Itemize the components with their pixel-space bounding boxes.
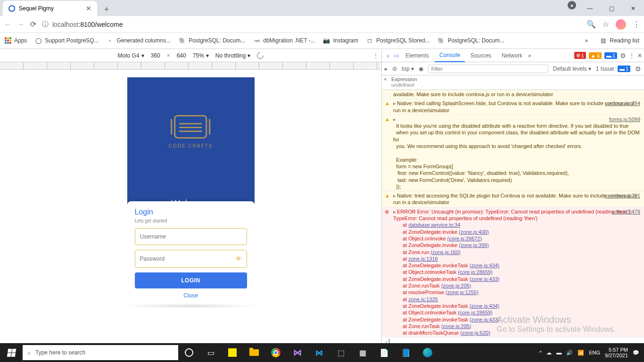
window-minimize-button[interactable]: — (579, 1, 601, 16)
browser-menu-icon[interactable]: ⋮ (633, 20, 640, 29)
new-tab-button[interactable]: + (100, 3, 113, 16)
language-icon[interactable]: ENG (589, 350, 600, 355)
tab-console[interactable]: Console (435, 49, 465, 62)
bookmark-item[interactable]: 🐘PostgreSQL: Docum... (438, 37, 504, 44)
task-view-button[interactable] (178, 343, 200, 362)
site-info-icon[interactable]: ⓘ (42, 20, 49, 29)
window-close-button[interactable]: ✕ (622, 1, 644, 16)
device-select[interactable]: Moto G4 ▾ (118, 52, 144, 59)
console-filter-input[interactable] (428, 65, 548, 73)
address-bar: ← → ⟳ ⓘ localhost:8100/welcome 🔍 ☆ ⋮ (0, 16, 644, 33)
clock[interactable]: 5:57 PM 9/27/2021 (605, 347, 628, 358)
taskbar-app-edge[interactable] (417, 343, 438, 362)
forward-button[interactable]: → (17, 20, 25, 29)
bookmarks-overflow[interactable]: » (585, 37, 588, 44)
expand-icon[interactable]: ▸ (393, 116, 396, 123)
bookmark-item[interactable]: 🐘PostgreSQL: Docum... (178, 37, 245, 44)
taskbar-app-sticky[interactable] (222, 343, 243, 362)
expand-icon[interactable]: ▸ (393, 208, 396, 215)
profile-avatar[interactable] (616, 19, 626, 30)
taskbar-app[interactable]: ▭ (200, 343, 222, 362)
zoom-select[interactable]: 75% ▾ (193, 52, 209, 59)
live-expression-icon[interactable]: ◉ (419, 66, 423, 72)
back-button[interactable]: ← (4, 20, 11, 29)
bookmark-label: PostgreSQL: Docum... (189, 37, 245, 44)
tray-overflow-icon[interactable]: ^ (539, 350, 542, 355)
tab-close-icon[interactable]: ✕ (86, 5, 91, 12)
close-link[interactable]: Close (135, 292, 247, 299)
context-select[interactable]: top ▾ (402, 66, 414, 72)
msg-source-link[interactable]: forms.js:5099 (609, 116, 640, 123)
password-input[interactable] (140, 255, 235, 262)
devtools-close-icon[interactable]: ✕ (637, 52, 642, 59)
expand-icon[interactable]: ▸ (393, 100, 396, 107)
console-prompt[interactable]: › (382, 337, 644, 343)
taskbar-search[interactable]: ⌕Type here to search (23, 345, 178, 360)
bookmark-item[interactable]: .netdbMigration .NET -... (253, 37, 315, 44)
expand-icon[interactable]: ▸ (393, 192, 396, 199)
bookmark-item[interactable]: 📷Instagram (323, 37, 358, 44)
onedrive-icon[interactable]: ☁ (546, 350, 552, 356)
login-button[interactable]: LOGIN (135, 272, 247, 288)
device-height[interactable]: 640 (177, 52, 186, 59)
tab-elements[interactable]: Elements (401, 49, 434, 62)
taskbar-app[interactable]: 📘 (395, 343, 417, 362)
device-toolbar-menu-icon[interactable]: ⋮ (373, 52, 379, 59)
throttle-value: No throttling (215, 52, 246, 59)
battery-icon[interactable]: ▬ (556, 350, 561, 355)
rotate-icon[interactable] (256, 51, 265, 60)
device-emulator-pane: Moto G4 ▾ 360 × 640 75% ▾ No throttling … (0, 49, 382, 343)
toggle-device-icon[interactable]: ▭ (392, 52, 400, 59)
username-input[interactable] (140, 233, 242, 240)
bookmark-star-icon[interactable]: ☆ (603, 20, 609, 29)
device-width[interactable]: 360 (151, 52, 160, 59)
warning-count-badge[interactable]: ▲ 4 (589, 52, 602, 59)
devtools-settings-icon[interactable]: ⚙ (620, 52, 626, 59)
inspect-element-icon[interactable]: ⟐ (384, 52, 391, 59)
bookmark-item[interactable]: ◯Support PostgreSQ... (34, 37, 99, 44)
throttle-select[interactable]: No throttling ▾ (215, 52, 251, 59)
reload-button[interactable]: ⟳ (30, 20, 36, 29)
apps-shortcut[interactable]: Apps (5, 37, 27, 44)
taskbar-app[interactable]: 📄 (373, 343, 395, 362)
tab-bar: Sequel Pigmy ✕ + ● — ▢ ✕ (0, 0, 644, 16)
window-maximize-button[interactable]: ▢ (601, 1, 622, 16)
msg-source-link[interactable]: common.js:284 (605, 100, 640, 107)
volume-icon[interactable]: 🔊 (566, 350, 573, 356)
zoom-icon[interactable]: 🔍 (586, 20, 596, 29)
devtools-menu-icon[interactable]: ⋮ (629, 52, 635, 59)
taskbar-app-vscode[interactable]: ⋈ (308, 343, 330, 362)
reading-list-button[interactable]: ▤Reading list (599, 37, 639, 44)
url-field[interactable]: ⓘ localhost:8100/welcome (42, 20, 581, 29)
bookmark-item[interactable]: ▫Generated columns... (106, 37, 171, 44)
taskbar-app-vs[interactable]: ⋈ (287, 343, 308, 362)
warning-icon: ▲ (385, 100, 390, 107)
bookmark-item[interactable]: ◻PostgreSQL Stored... (366, 37, 430, 44)
wifi-icon[interactable]: 📶 (578, 350, 584, 356)
live-expression-row[interactable]: × Expression undefined (382, 75, 644, 90)
browser-tab[interactable]: Sequel Pigmy ✕ (3, 1, 97, 16)
taskbar-app-chrome[interactable] (265, 343, 287, 362)
guest-badge-icon[interactable]: ● (568, 1, 576, 9)
info-count-badge[interactable]: ▬ 1 (604, 52, 617, 59)
console-output[interactable]: available. Make sure to include cordova.… (382, 90, 644, 343)
tabs-overflow-icon[interactable]: » (528, 52, 531, 59)
taskbar-app[interactable]: ⬚ (330, 343, 352, 362)
clear-console-icon[interactable]: ⊘ (392, 66, 397, 72)
taskbar-app-explorer[interactable] (243, 343, 265, 362)
msg-source-link[interactable]: core.js:6479 (612, 208, 640, 215)
msg-source-link[interactable]: common.js:291 (605, 192, 640, 199)
issues-indicator[interactable]: 1 Issue: ▬ 1 (596, 66, 630, 72)
tab-sources[interactable]: Sources (466, 49, 496, 62)
start-button[interactable] (0, 343, 23, 362)
notifications-icon[interactable]: 💬 (633, 350, 639, 356)
error-count-badge[interactable]: ⊗ 1 (574, 52, 586, 59)
eye-icon[interactable]: 👁 (235, 255, 242, 263)
console-settings-icon[interactable]: ⚙ (635, 65, 641, 73)
remove-expression-icon[interactable]: × (384, 76, 387, 82)
taskbar-app[interactable]: ▦ (352, 343, 373, 362)
console-sidebar-icon[interactable]: ▸ (385, 66, 388, 72)
error-count: 1 (581, 53, 584, 58)
tab-network[interactable]: Network (497, 49, 527, 62)
log-levels-select[interactable]: Default levels ▾ (553, 66, 591, 72)
